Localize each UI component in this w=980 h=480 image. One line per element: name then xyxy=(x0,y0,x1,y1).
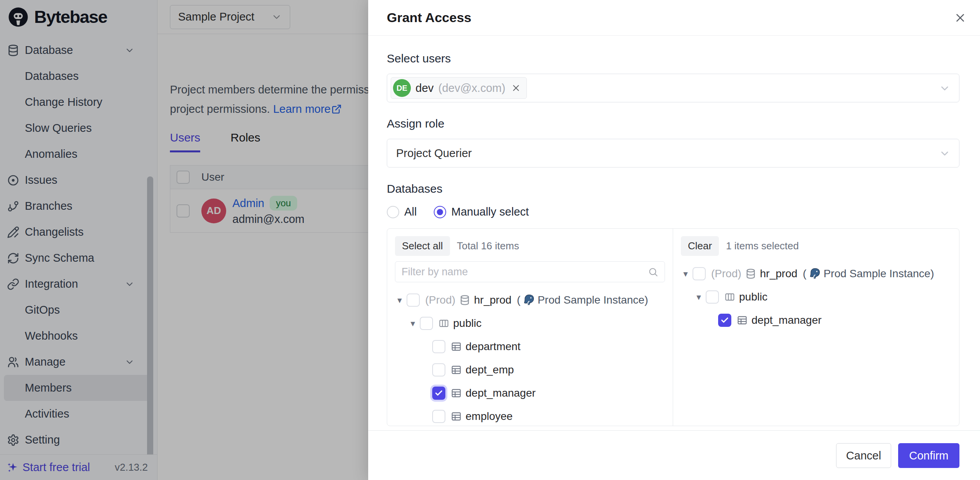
filter-field[interactable] xyxy=(395,261,665,282)
schema-icon xyxy=(724,292,735,302)
table-icon xyxy=(451,388,462,399)
tree-row-schema[interactable]: ▾ public xyxy=(395,312,665,335)
checkbox[interactable] xyxy=(420,317,433,330)
database-icon xyxy=(745,268,756,279)
table-icon xyxy=(451,341,462,352)
tree-row-table[interactable]: ▾ dept_manager xyxy=(395,382,665,405)
selected-user-chip: DE dev (dev@x.com) xyxy=(391,77,527,99)
radio-all[interactable] xyxy=(387,206,399,218)
picker-source-panel: Select all Total 16 items ▾ (Prod) hr_pr… xyxy=(387,229,673,426)
database-scope-radios: All Manually select xyxy=(387,205,959,218)
caret-down-icon[interactable]: ▾ xyxy=(395,295,404,306)
checkbox-checked[interactable] xyxy=(718,314,731,327)
tree-row-schema[interactable]: ▾ public xyxy=(681,285,951,309)
checkbox[interactable] xyxy=(407,294,420,307)
selected-tree: ▾ (Prod) hr_prod ( Prod Sample Instance)… xyxy=(681,262,951,332)
source-tree: ▾ (Prod) hr_prod ( Prod Sample Instance)… xyxy=(395,288,665,426)
assign-role-select[interactable]: Project Querier xyxy=(387,139,959,167)
chevron-down-icon xyxy=(939,148,951,159)
assign-role-label: Assign role xyxy=(387,117,959,130)
total-items-label: Total 16 items xyxy=(457,240,519,252)
checkbox-checked[interactable] xyxy=(432,387,445,400)
database-transfer-picker: Select all Total 16 items ▾ (Prod) hr_pr… xyxy=(387,228,959,426)
schema-icon xyxy=(438,318,449,329)
modal-footer: Cancel Confirm xyxy=(368,430,980,480)
modal-header: Grant Access xyxy=(368,0,980,36)
radio-manually-select[interactable] xyxy=(434,206,446,218)
clear-button[interactable]: Clear xyxy=(681,236,719,256)
table-icon xyxy=(451,364,462,375)
confirm-button[interactable]: Confirm xyxy=(898,443,959,468)
selected-count-label: 1 items selected xyxy=(726,240,799,252)
select-all-button[interactable]: Select all xyxy=(395,236,450,256)
caret-down-icon[interactable]: ▾ xyxy=(681,269,690,279)
tree-row-database[interactable]: ▾ (Prod) hr_prod ( Prod Sample Instance) xyxy=(681,262,951,285)
postgresql-icon xyxy=(809,267,821,280)
tree-row-table[interactable]: ▾ employee xyxy=(395,405,665,426)
grant-access-modal: Grant Access Select users DE dev (dev@x.… xyxy=(368,0,980,480)
cancel-button[interactable]: Cancel xyxy=(836,443,891,468)
select-users-field[interactable]: DE dev (dev@x.com) xyxy=(387,74,959,102)
avatar: DE xyxy=(393,79,411,97)
checkbox[interactable] xyxy=(706,290,719,304)
search-icon xyxy=(648,267,658,277)
tree-row-table[interactable]: ▾ dept_emp xyxy=(395,358,665,382)
close-icon[interactable] xyxy=(954,11,967,24)
database-icon xyxy=(459,295,470,306)
checkbox[interactable] xyxy=(432,410,445,423)
checkbox[interactable] xyxy=(432,340,445,353)
table-icon xyxy=(451,411,462,422)
checkbox[interactable] xyxy=(693,267,706,280)
modal-title: Grant Access xyxy=(387,10,471,25)
tree-row-database[interactable]: ▾ (Prod) hr_prod ( Prod Sample Instance) xyxy=(395,288,665,312)
remove-user-icon[interactable] xyxy=(511,83,521,93)
filter-input[interactable] xyxy=(402,266,648,278)
caret-down-icon[interactable]: ▾ xyxy=(694,292,703,302)
picker-selected-panel: Clear 1 items selected ▾ (Prod) hr_prod … xyxy=(673,229,959,426)
databases-label: Databases xyxy=(387,182,959,195)
table-icon xyxy=(737,315,748,326)
tree-row-table[interactable]: ▾ department xyxy=(395,335,665,358)
checkbox[interactable] xyxy=(432,363,445,376)
tree-row-table[interactable]: ▾ dept_manager xyxy=(681,309,951,332)
caret-down-icon[interactable]: ▾ xyxy=(408,318,417,329)
postgresql-icon xyxy=(523,294,535,307)
select-users-label: Select users xyxy=(387,52,959,65)
chevron-down-icon xyxy=(939,83,951,94)
